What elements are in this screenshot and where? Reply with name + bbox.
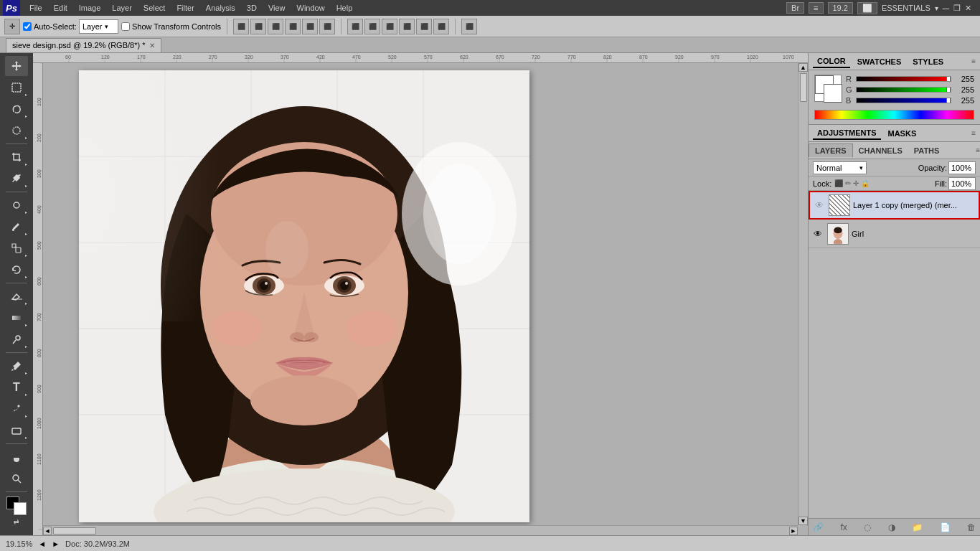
color-spectrum[interactable]	[814, 110, 974, 120]
lock-transparent-icon[interactable]: ⬛	[834, 179, 843, 187]
tab-paths[interactable]: PATHS	[908, 144, 946, 157]
lock-image-icon[interactable]: ✏	[845, 179, 851, 187]
arrange-icon[interactable]: ⬛	[461, 19, 477, 34]
fg-bg-colors[interactable]	[5, 495, 28, 515]
menu-image[interactable]: Image	[74, 2, 106, 14]
blue-slider-track[interactable]	[856, 98, 951, 103]
zoom-tool[interactable]	[5, 468, 28, 489]
dist-center-h-icon[interactable]: ⬛	[364, 19, 380, 34]
layer-visibility-1[interactable]: 👁	[811, 227, 824, 240]
fill-input[interactable]: 100%	[948, 177, 976, 190]
green-slider-track[interactable]	[856, 87, 951, 93]
lasso-tool[interactable]: ▸	[5, 99, 28, 119]
menu-layer[interactable]: Layer	[107, 2, 137, 14]
create-layer-icon[interactable]: 📄	[940, 522, 951, 532]
align-center-h-icon[interactable]: ⬛	[250, 19, 266, 34]
eraser-tool[interactable]: ▸	[5, 286, 28, 306]
align-center-v-icon[interactable]: ⬛	[302, 19, 318, 34]
dist-right-icon[interactable]: ⬛	[382, 19, 397, 34]
create-adjustment-icon[interactable]: ◑	[888, 522, 895, 532]
zoom-indicator[interactable]: 19.2	[828, 2, 853, 14]
lock-position-icon[interactable]: ✛	[853, 179, 859, 187]
layers-panel-expand[interactable]: ≡	[976, 146, 980, 154]
dodge-tool[interactable]: ▸	[5, 329, 28, 349]
status-nav-right[interactable]: ►	[52, 540, 60, 548]
scroll-vertical[interactable]: ▲ ▼	[798, 63, 808, 525]
menu-view[interactable]: View	[263, 2, 291, 14]
quick-select-tool[interactable]: ▸	[5, 121, 28, 141]
path-select-tool[interactable]: ▸	[5, 399, 28, 419]
auto-select-dropdown[interactable]: Layer ▾	[79, 19, 118, 34]
layer-item-0[interactable]: 👁 Layer 1 copy (merged) (mer...	[809, 191, 980, 220]
lock-all-icon[interactable]: 🔒	[861, 179, 870, 187]
menu-window[interactable]: Window	[292, 2, 330, 14]
eyedropper-tool[interactable]: ▸	[5, 169, 28, 189]
menu-help[interactable]: Help	[331, 2, 358, 14]
move-tool-btn[interactable]: ✛	[4, 19, 20, 34]
color-preview[interactable]	[814, 75, 842, 102]
restore-btn[interactable]: ❒	[953, 4, 961, 13]
blend-mode-dropdown[interactable]: Normal ▾	[813, 161, 867, 174]
dist-bottom-icon[interactable]: ⬛	[433, 19, 449, 34]
tab-adjustments[interactable]: ADJUSTMENTS	[813, 127, 881, 140]
menu-select[interactable]: Select	[138, 2, 171, 14]
scroll-left-btn[interactable]: ◄	[43, 527, 52, 535]
marquee-tool[interactable]: ▸	[5, 77, 28, 98]
add-style-icon[interactable]: fx	[840, 522, 847, 532]
blue-slider-thumb[interactable]	[946, 98, 951, 103]
add-mask-icon[interactable]: ◌	[864, 522, 871, 532]
scroll-down-btn[interactable]: ▼	[798, 517, 808, 525]
green-slider-thumb[interactable]	[946, 87, 951, 93]
tab-styles[interactable]: STYLES	[908, 56, 948, 67]
color-panel-expand[interactable]: ≡	[971, 57, 976, 65]
dist-center-v-icon[interactable]: ⬛	[416, 19, 432, 34]
tab-swatches[interactable]: SWATCHES	[853, 56, 906, 67]
doc-close-btn[interactable]: ✕	[149, 42, 155, 50]
crop-tool[interactable]: ▸	[5, 147, 28, 167]
align-bottom-icon[interactable]: ⬛	[319, 19, 335, 34]
hand-tool[interactable]	[5, 447, 28, 467]
history-brush-tool[interactable]: ▸	[5, 260, 28, 280]
scroll-right-btn[interactable]: ►	[789, 527, 798, 535]
red-slider-thumb[interactable]	[946, 76, 951, 82]
screen-mode-btn[interactable]: ⬜	[857, 2, 877, 14]
layer-item-1[interactable]: 👁 Girl	[809, 220, 980, 248]
workspace-arrow[interactable]: ▾	[935, 4, 938, 12]
clone-tool[interactable]: ▸	[5, 238, 28, 258]
type-tool[interactable]: T ▸	[5, 377, 28, 397]
switch-colors-btn[interactable]: ⇄	[14, 518, 19, 525]
scroll-up-btn[interactable]: ▲	[798, 63, 808, 72]
align-top-icon[interactable]: ⬛	[285, 19, 301, 34]
tab-color[interactable]: COLOR	[813, 55, 850, 68]
align-right-icon[interactable]: ⬛	[268, 19, 283, 34]
tab-masks[interactable]: MASKS	[884, 128, 921, 139]
menu-file[interactable]: File	[24, 2, 47, 14]
align-left-icon[interactable]: ⬛	[233, 19, 249, 34]
show-transform-checkbox[interactable]: Show Transform Controls	[121, 22, 221, 31]
menu-filter[interactable]: Filter	[171, 2, 199, 14]
bridge-btn[interactable]: Br	[786, 2, 804, 14]
link-layers-icon[interactable]: 🔗	[813, 522, 824, 532]
menu-edit[interactable]: Edit	[49, 2, 72, 14]
menu-3d[interactable]: 3D	[242, 2, 262, 14]
move-tool[interactable]	[5, 56, 28, 76]
delete-layer-icon[interactable]: 🗑	[967, 522, 976, 532]
tab-channels[interactable]: CHANNELS	[853, 144, 908, 157]
red-slider-track[interactable]	[856, 76, 951, 82]
tab-layers[interactable]: LAYERS	[809, 143, 853, 157]
healing-tool[interactable]: ▸	[5, 195, 28, 215]
adj-panel-expand[interactable]: ≡	[971, 129, 976, 137]
dist-top-icon[interactable]: ⬛	[399, 19, 415, 34]
background-color[interactable]	[14, 502, 27, 515]
shape-tool[interactable]: ▸	[5, 420, 28, 441]
layer-visibility-0[interactable]: 👁	[813, 199, 826, 212]
opacity-input[interactable]: 100%	[948, 161, 976, 174]
document-tab[interactable]: sieve design.psd @ 19.2% (RGB/8*) * ✕	[6, 38, 161, 52]
auto-select-checkbox[interactable]: Auto-Select: Layer ▾	[23, 19, 118, 34]
bg-color-swatch[interactable]	[824, 84, 842, 103]
status-nav-left[interactable]: ◄	[38, 540, 46, 548]
scroll-horizontal[interactable]: ◄ ►	[43, 525, 798, 535]
mini-bridge-btn[interactable]: ≡	[809, 2, 823, 14]
minimize-btn[interactable]: ─	[943, 3, 949, 14]
gradient-tool[interactable]: ▸	[5, 308, 28, 328]
